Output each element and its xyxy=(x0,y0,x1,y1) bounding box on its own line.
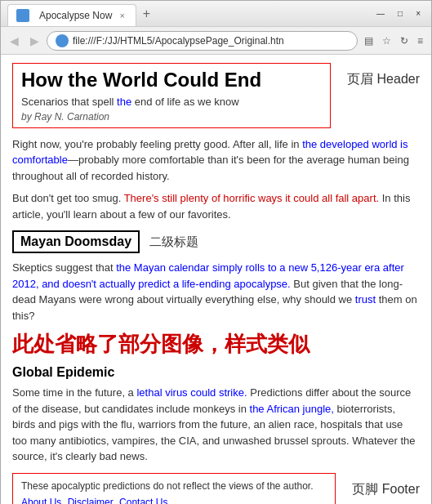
mayan-normal1: Skeptics suggest that xyxy=(12,261,116,274)
footer-links: About Us Disclaimer Contact Us xyxy=(21,497,327,504)
mayan-blue2: trust xyxy=(355,293,376,306)
active-tab[interactable]: Apocalypse Now × xyxy=(7,4,136,26)
more-button[interactable]: ≡ xyxy=(414,33,426,48)
tab-strip: Apocalypse Now × + xyxy=(7,1,366,26)
body-para1-normal1: Right now, you're probably feeling prett… xyxy=(12,138,302,150)
refresh-button[interactable]: ↻ xyxy=(397,33,412,48)
mayan-heading-box: Mayan Doomsday xyxy=(12,230,140,253)
body-para2-normal1: But don't get too smug. xyxy=(12,192,124,204)
header-label: 页眉 Header xyxy=(347,63,420,88)
body-para2-red: There's still plenty of horrific ways it… xyxy=(124,192,379,204)
url-bar[interactable]: file:///F:/JJ/HTML5/ApocalypsePage_Origi… xyxy=(47,31,358,51)
maximize-button[interactable]: □ xyxy=(394,7,407,20)
minimize-button[interactable]: — xyxy=(372,7,389,20)
subtitle-link[interactable]: the xyxy=(117,96,131,108)
author: by Ray N. Carnation xyxy=(21,111,322,123)
omitted-section: 此处省略了部分图像，样式类似 xyxy=(12,330,420,359)
about-us-link[interactable]: About Us xyxy=(21,497,61,504)
url-text: file:///F:/JJ/HTML5/ApocalypsePage_Origi… xyxy=(73,35,349,47)
subtitle-pre: Scenarios that spell xyxy=(21,96,117,108)
address-right-controls: ▤ ☆ ↻ ≡ xyxy=(361,33,426,48)
epidemic-para: Some time in the future, a lethal virus … xyxy=(12,385,420,465)
page-content: How the World Could End Scenarios that s… xyxy=(1,55,431,504)
footer-box: These apocalyptic predictions do not ref… xyxy=(12,473,336,504)
address-bar: ◀ ▶ file:///F:/JJ/HTML5/ApocalypsePage_O… xyxy=(1,27,431,55)
tab-title: Apocalypse Now xyxy=(39,10,112,21)
browser-window: Apocalypse Now × + — □ × ◀ ▶ file:///F:/… xyxy=(0,0,432,504)
reader-view-button[interactable]: ▤ xyxy=(361,33,376,48)
epidemic-blue1: lethal virus could strike. xyxy=(136,386,247,399)
epidemic-normal1: Some time in the future, a xyxy=(12,386,136,399)
window-controls: — □ × xyxy=(372,7,425,20)
epidemic-blue2: the African jungle, xyxy=(250,403,334,415)
bookmark-button[interactable]: ☆ xyxy=(379,33,394,48)
header-area: How the World Could End Scenarios that s… xyxy=(12,63,420,128)
back-button[interactable]: ◀ xyxy=(6,32,23,50)
body-para1-normal2: —probably more comfortable than it's bee… xyxy=(12,154,409,182)
footer-label: 页脚 Footer xyxy=(352,473,420,498)
security-icon xyxy=(56,34,69,47)
footer-disclaimer: These apocalyptic predictions do not ref… xyxy=(21,480,327,492)
title-bar: Apocalypse Now × + — □ × xyxy=(1,1,431,27)
epidemic-heading: Global Epidemic xyxy=(12,365,420,380)
header-box: How the World Could End Scenarios that s… xyxy=(12,63,331,128)
mayan-heading-label: 二级标题 xyxy=(149,234,198,250)
new-tab-button[interactable]: + xyxy=(136,1,157,26)
body-para-1: Right now, you're probably feeling prett… xyxy=(12,136,420,185)
tab-close-button[interactable]: × xyxy=(117,10,127,21)
mayan-para: Skeptics suggest that the Mayan calendar… xyxy=(12,260,420,323)
subtitle: Scenarios that spell the end of life as … xyxy=(21,96,322,108)
main-title: How the World Could End xyxy=(21,69,322,92)
close-button[interactable]: × xyxy=(412,7,425,20)
tab-favicon xyxy=(16,9,29,22)
subtitle-post: end of life as we know xyxy=(131,96,239,108)
contact-us-link[interactable]: Contact Us xyxy=(119,497,167,504)
footer-area: These apocalyptic predictions do not ref… xyxy=(12,473,420,504)
disclaimer-link[interactable]: Disclaimer xyxy=(68,497,114,504)
forward-button[interactable]: ▶ xyxy=(26,32,43,50)
body-para-2: But don't get too smug. There's still pl… xyxy=(12,190,420,222)
mayan-heading-row: Mayan Doomsday 二级标题 xyxy=(12,230,420,253)
